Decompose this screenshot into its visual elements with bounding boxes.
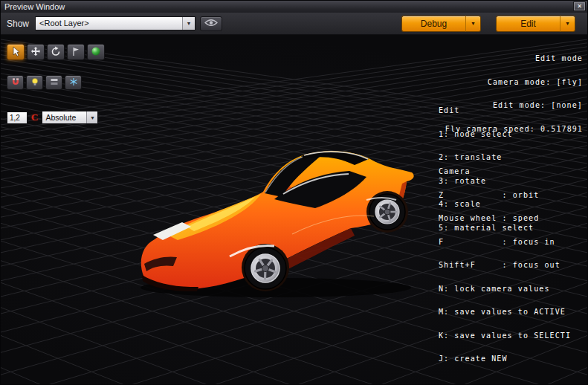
edit-split-button: Edit ▼ xyxy=(496,16,575,32)
overlay-line: M: save values to ACTIVE xyxy=(439,308,571,317)
overlay-line: Camera mode: [fly] xyxy=(445,79,583,87)
overlay-line: 1: node select xyxy=(439,131,534,139)
overlay-line: K: save values to SELECTI xyxy=(439,332,571,340)
edit-dropdown-arrow[interactable]: ▼ xyxy=(560,16,575,32)
tool-palette-secondary xyxy=(7,75,82,90)
mode-dropdown-value: Absolute xyxy=(42,111,86,123)
mode-dropdown[interactable]: Absolute ▼ xyxy=(42,111,98,124)
coordinate-input[interactable] xyxy=(7,111,28,124)
overlay-line: J: create NEW xyxy=(439,355,571,363)
red-c-icon: C xyxy=(31,111,38,123)
overlay-title: Edit xyxy=(439,107,534,115)
magnet-icon xyxy=(11,77,20,88)
transform-controls: C Absolute ▼ xyxy=(7,111,98,124)
eye-icon xyxy=(204,18,218,29)
rotate-tool-button[interactable] xyxy=(47,44,65,60)
overlay-line: Shift+F : focus out xyxy=(439,262,571,270)
visibility-toggle-button[interactable] xyxy=(200,16,222,31)
camera-shortcuts-overlay: Camera Z : orbit Mouse wheel : speed F :… xyxy=(439,152,571,379)
tool-palette-main xyxy=(7,44,105,60)
snowflake-icon xyxy=(69,77,78,88)
cursor-icon xyxy=(10,46,21,59)
chevron-down-icon[interactable]: ▼ xyxy=(182,17,195,30)
close-button[interactable]: ✕ xyxy=(573,1,586,11)
debug-dropdown-arrow[interactable]: ▼ xyxy=(465,16,481,32)
overlay-line: N: lock camera values xyxy=(439,285,571,294)
green-sphere-icon xyxy=(91,46,101,59)
overlay-line: Mouse wheel : speed xyxy=(439,215,571,223)
magnet-tool-button[interactable] xyxy=(7,75,24,90)
move-icon xyxy=(30,46,41,59)
select-tool-button[interactable] xyxy=(7,44,25,60)
viewport-3d[interactable]: C Absolute ▼ Edit mode Camera mode: [fly… xyxy=(1,35,587,384)
flag-icon xyxy=(71,46,81,59)
chevron-down-icon[interactable]: ▼ xyxy=(86,111,97,123)
preview-window: Preview Window ✕ Show <Root Layer> ▼ Deb… xyxy=(0,0,588,385)
debug-split-button: Debug ▼ xyxy=(401,16,481,32)
sphere-tool-button[interactable] xyxy=(87,44,105,60)
overlay-line: Z : orbit xyxy=(439,192,571,200)
light-tool-button[interactable] xyxy=(26,75,43,90)
reset-c-button[interactable]: C xyxy=(31,111,38,123)
top-toolbar: Show <Root Layer> ▼ Debug ▼ Edit ▼ xyxy=(1,13,587,35)
close-icon: ✕ xyxy=(577,3,582,10)
layers-icon xyxy=(50,77,59,88)
bulb-icon xyxy=(30,77,39,88)
chevron-down-icon: ▼ xyxy=(471,21,476,26)
particles-tool-button[interactable] xyxy=(65,75,82,90)
layer-dropdown[interactable]: <Root Layer> ▼ xyxy=(35,16,196,30)
titlebar[interactable]: Preview Window ✕ xyxy=(1,1,587,13)
overlay-line: Edit mode xyxy=(445,55,583,63)
flag-tool-button[interactable] xyxy=(67,44,85,60)
rotate-icon xyxy=(51,46,61,59)
overlay-line: F : focus in xyxy=(439,239,571,247)
edit-button[interactable]: Edit xyxy=(496,16,560,32)
window-title: Preview Window xyxy=(4,1,65,13)
move-tool-button[interactable] xyxy=(27,44,45,60)
overlay-title: Camera xyxy=(439,168,571,176)
car-model[interactable] xyxy=(135,146,419,300)
debug-button[interactable]: Debug xyxy=(401,16,465,32)
layers-tool-button[interactable] xyxy=(45,75,62,90)
chevron-down-icon: ▼ xyxy=(565,21,570,26)
layer-dropdown-value: <Root Layer> xyxy=(36,17,182,30)
show-label: Show xyxy=(7,19,29,29)
